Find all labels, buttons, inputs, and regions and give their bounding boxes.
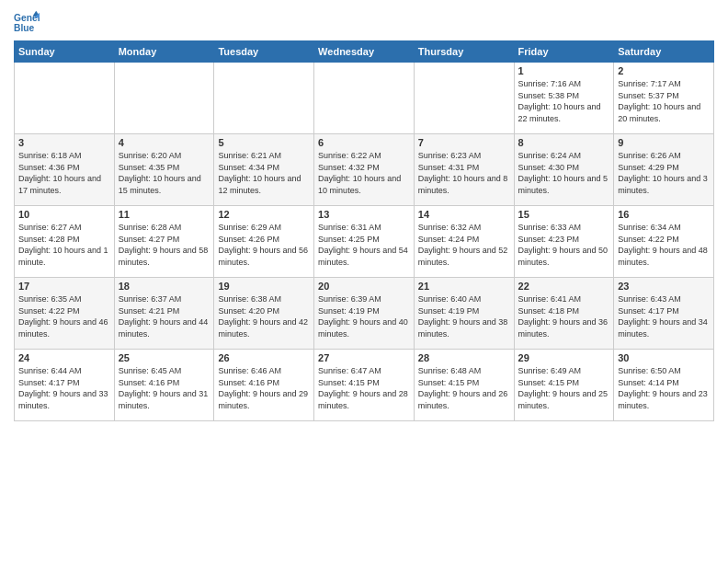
day-number: 9 [618, 137, 710, 148]
day-number: 28 [418, 352, 510, 363]
calendar-week-0: 1Sunrise: 7:16 AM Sunset: 5:38 PM Daylig… [15, 63, 714, 134]
calendar-cell: 25Sunrise: 6:45 AM Sunset: 4:16 PM Dayli… [114, 350, 214, 421]
day-number: 2 [618, 65, 710, 76]
day-number: 17 [18, 281, 110, 292]
logo-icon: General Blue [14, 9, 40, 35]
day-info: Sunrise: 6:20 AM Sunset: 4:35 PM Dayligh… [119, 150, 210, 196]
day-info: Sunrise: 6:24 AM Sunset: 4:30 PM Dayligh… [518, 150, 610, 196]
day-info: Sunrise: 6:39 AM Sunset: 4:19 PM Dayligh… [318, 293, 410, 339]
day-info: Sunrise: 6:40 AM Sunset: 4:19 PM Dayligh… [418, 293, 510, 339]
day-number: 7 [418, 137, 510, 148]
day-number: 23 [618, 281, 710, 292]
calendar-cell: 21Sunrise: 6:40 AM Sunset: 4:19 PM Dayli… [414, 278, 514, 350]
calendar-cell: 14Sunrise: 6:32 AM Sunset: 4:24 PM Dayli… [414, 206, 514, 278]
calendar-cell: 19Sunrise: 6:38 AM Sunset: 4:20 PM Dayli… [214, 278, 314, 350]
day-info: Sunrise: 6:29 AM Sunset: 4:26 PM Dayligh… [218, 222, 310, 268]
calendar-week-4: 24Sunrise: 6:44 AM Sunset: 4:17 PM Dayli… [15, 350, 714, 421]
calendar-cell: 28Sunrise: 6:48 AM Sunset: 4:15 PM Dayli… [414, 350, 514, 421]
day-number: 18 [119, 281, 210, 292]
col-header-sunday: Sunday [15, 41, 115, 63]
day-number: 12 [218, 209, 310, 220]
calendar-cell: 1Sunrise: 7:16 AM Sunset: 5:38 PM Daylig… [514, 63, 614, 134]
calendar-cell: 8Sunrise: 6:24 AM Sunset: 4:30 PM Daylig… [514, 134, 614, 206]
day-info: Sunrise: 6:33 AM Sunset: 4:23 PM Dayligh… [518, 222, 610, 268]
calendar-cell [15, 63, 115, 134]
col-header-wednesday: Wednesday [314, 41, 415, 63]
day-info: Sunrise: 6:41 AM Sunset: 4:18 PM Dayligh… [518, 293, 610, 339]
header: General Blue [14, 9, 714, 35]
calendar-cell: 10Sunrise: 6:27 AM Sunset: 4:28 PM Dayli… [15, 206, 115, 278]
calendar-cell: 7Sunrise: 6:23 AM Sunset: 4:31 PM Daylig… [414, 134, 514, 206]
day-info: Sunrise: 6:46 AM Sunset: 4:16 PM Dayligh… [218, 365, 310, 411]
day-number: 4 [119, 137, 210, 148]
day-info: Sunrise: 6:44 AM Sunset: 4:17 PM Dayligh… [18, 365, 110, 411]
calendar-table: SundayMondayTuesdayWednesdayThursdayFrid… [14, 40, 714, 421]
day-info: Sunrise: 6:23 AM Sunset: 4:31 PM Dayligh… [418, 150, 510, 196]
day-number: 16 [618, 209, 710, 220]
day-info: Sunrise: 6:18 AM Sunset: 4:36 PM Dayligh… [18, 150, 110, 196]
logo: General Blue [14, 9, 43, 35]
day-number: 14 [418, 209, 510, 220]
day-info: Sunrise: 6:37 AM Sunset: 4:21 PM Dayligh… [119, 293, 210, 339]
day-info: Sunrise: 6:28 AM Sunset: 4:27 PM Dayligh… [119, 222, 210, 268]
calendar-cell [214, 63, 314, 134]
day-number: 10 [18, 209, 110, 220]
calendar-cell: 6Sunrise: 6:22 AM Sunset: 4:32 PM Daylig… [314, 134, 415, 206]
calendar-cell: 18Sunrise: 6:37 AM Sunset: 4:21 PM Dayli… [114, 278, 214, 350]
day-number: 21 [418, 281, 510, 292]
day-number: 13 [318, 209, 410, 220]
day-number: 3 [18, 137, 110, 148]
calendar-cell: 23Sunrise: 6:43 AM Sunset: 4:17 PM Dayli… [614, 278, 714, 350]
day-number: 29 [518, 352, 610, 363]
calendar-cell: 20Sunrise: 6:39 AM Sunset: 4:19 PM Dayli… [314, 278, 415, 350]
calendar-week-2: 10Sunrise: 6:27 AM Sunset: 4:28 PM Dayli… [15, 206, 714, 278]
day-info: Sunrise: 7:16 AM Sunset: 5:38 PM Dayligh… [518, 78, 610, 124]
calendar-week-1: 3Sunrise: 6:18 AM Sunset: 4:36 PM Daylig… [15, 134, 714, 206]
calendar-cell: 27Sunrise: 6:47 AM Sunset: 4:15 PM Dayli… [314, 350, 415, 421]
calendar-cell: 2Sunrise: 7:17 AM Sunset: 5:37 PM Daylig… [614, 63, 714, 134]
calendar-cell: 11Sunrise: 6:28 AM Sunset: 4:27 PM Dayli… [114, 206, 214, 278]
col-header-thursday: Thursday [414, 41, 514, 63]
day-number: 26 [218, 352, 310, 363]
day-number: 25 [119, 352, 210, 363]
day-info: Sunrise: 6:50 AM Sunset: 4:14 PM Dayligh… [618, 365, 710, 411]
day-number: 19 [218, 281, 310, 292]
day-number: 11 [119, 209, 210, 220]
calendar-cell [114, 63, 214, 134]
calendar-cell: 15Sunrise: 6:33 AM Sunset: 4:23 PM Dayli… [514, 206, 614, 278]
day-number: 27 [318, 352, 410, 363]
day-number: 22 [518, 281, 610, 292]
day-info: Sunrise: 6:43 AM Sunset: 4:17 PM Dayligh… [618, 293, 710, 339]
day-info: Sunrise: 6:35 AM Sunset: 4:22 PM Dayligh… [18, 293, 110, 339]
calendar-cell: 26Sunrise: 6:46 AM Sunset: 4:16 PM Dayli… [214, 350, 314, 421]
day-number: 5 [218, 137, 310, 148]
col-header-friday: Friday [514, 41, 614, 63]
day-info: Sunrise: 6:32 AM Sunset: 4:24 PM Dayligh… [418, 222, 510, 268]
calendar-cell: 13Sunrise: 6:31 AM Sunset: 4:25 PM Dayli… [314, 206, 415, 278]
col-header-saturday: Saturday [614, 41, 714, 63]
day-number: 15 [518, 209, 610, 220]
calendar-cell: 30Sunrise: 6:50 AM Sunset: 4:14 PM Dayli… [614, 350, 714, 421]
day-number: 8 [518, 137, 610, 148]
day-number: 24 [18, 352, 110, 363]
day-number: 6 [318, 137, 410, 148]
col-header-tuesday: Tuesday [214, 41, 314, 63]
svg-text:Blue: Blue [14, 23, 35, 33]
day-info: Sunrise: 6:31 AM Sunset: 4:25 PM Dayligh… [318, 222, 410, 268]
calendar-week-3: 17Sunrise: 6:35 AM Sunset: 4:22 PM Dayli… [15, 278, 714, 350]
day-info: Sunrise: 6:22 AM Sunset: 4:32 PM Dayligh… [318, 150, 410, 196]
calendar-cell [314, 63, 415, 134]
calendar-cell: 12Sunrise: 6:29 AM Sunset: 4:26 PM Dayli… [214, 206, 314, 278]
day-info: Sunrise: 6:21 AM Sunset: 4:34 PM Dayligh… [218, 150, 310, 196]
calendar-cell: 17Sunrise: 6:35 AM Sunset: 4:22 PM Dayli… [15, 278, 115, 350]
calendar-cell: 9Sunrise: 6:26 AM Sunset: 4:29 PM Daylig… [614, 134, 714, 206]
day-info: Sunrise: 6:49 AM Sunset: 4:15 PM Dayligh… [518, 365, 610, 411]
calendar-cell: 16Sunrise: 6:34 AM Sunset: 4:22 PM Dayli… [614, 206, 714, 278]
main-container: General Blue SundayMondayTuesdayWednesda… [0, 0, 728, 431]
calendar-cell [414, 63, 514, 134]
day-info: Sunrise: 7:17 AM Sunset: 5:37 PM Dayligh… [618, 78, 710, 124]
day-info: Sunrise: 6:47 AM Sunset: 4:15 PM Dayligh… [318, 365, 410, 411]
day-number: 1 [518, 65, 610, 76]
calendar-cell: 24Sunrise: 6:44 AM Sunset: 4:17 PM Dayli… [15, 350, 115, 421]
day-info: Sunrise: 6:38 AM Sunset: 4:20 PM Dayligh… [218, 293, 310, 339]
